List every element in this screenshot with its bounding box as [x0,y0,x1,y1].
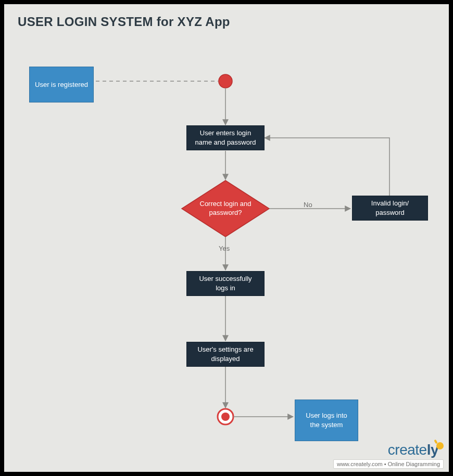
note-end-text: User logs into the system [300,411,353,429]
node-success: User successfully logs in [186,271,265,296]
diagram-frame: USER LOGIN SYSTEM for XYZ App [0,0,453,476]
node-invalid-label: Invalid login/ password [358,199,422,217]
lightbulb-icon [436,442,444,449]
tagline: www.creately.com • Online Diagramming [333,459,444,469]
edge-label-yes: Yes [219,245,230,252]
note-start: User is registered [29,67,94,102]
node-enter-credentials: User enters login name and password [186,125,265,150]
node-decision-label: Correct login and password? [194,200,257,217]
note-start-text: User is registered [35,80,88,89]
diagram-title: USER LOGIN SYSTEM for XYZ App [18,15,230,29]
node-success-label: User successfully logs in [192,274,259,292]
svg-point-10 [221,413,230,421]
node-decision: Correct login and password? [182,179,269,238]
edge-label-no: No [304,201,312,209]
svg-point-9 [218,409,233,424]
node-invalid-login: Invalid login/ password [352,196,428,221]
logo-part-a: create [388,442,427,458]
branding: creately www.creately.com • Online Diagr… [333,442,444,469]
svg-point-1 [219,74,232,88]
node-enter-label: User enters login name and password [192,128,259,147]
node-settings-label: User's settings are displayed [192,345,259,363]
node-settings: User's settings are displayed [186,342,265,367]
logo: creately [333,442,444,458]
note-end: User logs into the system [295,400,358,441]
